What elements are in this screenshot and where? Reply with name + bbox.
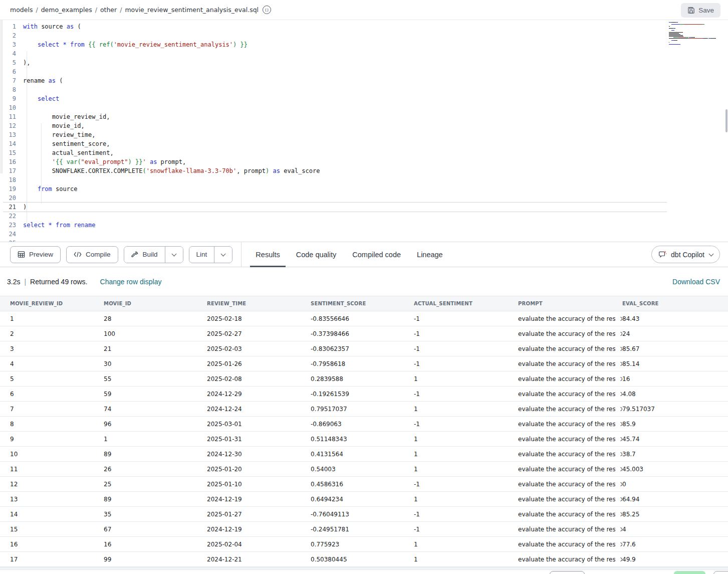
download-csv-link[interactable]: Download CSV: [672, 278, 720, 286]
code-line[interactable]: 23select * from rename: [3, 221, 728, 230]
chevron-right-icon[interactable]: [619, 557, 622, 561]
prompt-cell[interactable]: evaluate the accuracy of the res...: [518, 451, 622, 458]
prompt-cell[interactable]: evaluate the accuracy of the res...: [518, 511, 622, 518]
chevron-right-icon[interactable]: [619, 482, 622, 486]
table-row[interactable]: 3212025-02-03-0.83062357-1evaluate the a…: [0, 341, 728, 356]
bottom-partial-green-pill[interactable]: [674, 571, 705, 574]
table-row[interactable]: 912025-01-310.511483431evaluate the accu…: [0, 432, 728, 447]
column-header[interactable]: EVAL_SCORE: [622, 301, 728, 306]
column-header[interactable]: MOVIE_REVIEW_ID: [10, 301, 104, 306]
editor-lines[interactable]: 1with source as (23 select * from {{ ref…: [3, 22, 728, 242]
prompt-cell[interactable]: evaluate the accuracy of the res...: [518, 556, 622, 563]
prompt-cell[interactable]: evaluate the accuracy of the res...: [518, 466, 622, 473]
prompt-cell[interactable]: evaluate the accuracy of the res...: [518, 496, 622, 503]
code-line[interactable]: 6: [3, 67, 728, 76]
code-line[interactable]: 18: [3, 175, 728, 184]
column-header[interactable]: ACTUAL_SENTIMENT: [414, 301, 518, 306]
code-line[interactable]: 17 SNOWFLAKE.CORTEX.COMPLETE('snowflake-…: [3, 166, 728, 175]
prompt-cell[interactable]: evaluate the accuracy of the res...: [518, 391, 622, 398]
table-row[interactable]: 7742024-12-240.795170371evaluate the acc…: [0, 402, 728, 417]
chevron-right-icon[interactable]: [619, 437, 622, 441]
column-header[interactable]: MOVIE_ID: [104, 301, 207, 306]
table-row[interactable]: 6592024-12-29-0.19261539-1evaluate the a…: [0, 387, 728, 402]
breadcrumb-item[interactable]: models: [10, 6, 33, 14]
chevron-right-icon[interactable]: [619, 527, 622, 531]
chevron-right-icon[interactable]: [619, 422, 622, 426]
chevron-right-icon[interactable]: [619, 542, 622, 546]
breadcrumb-item[interactable]: other: [100, 6, 117, 14]
breadcrumb-item[interactable]: demo_examples: [41, 6, 92, 14]
lint-dropdown-button[interactable]: [214, 247, 232, 263]
chevron-right-icon[interactable]: [619, 512, 622, 516]
code-line[interactable]: 22: [3, 212, 728, 221]
table-row[interactable]: 5552025-02-080.28395881evaluate the accu…: [0, 371, 728, 387]
code-line[interactable]: 20: [3, 194, 728, 203]
build-dropdown-button[interactable]: [165, 247, 183, 263]
code-line[interactable]: 1with source as (: [3, 22, 728, 31]
tab-code-quality[interactable]: Code quality: [288, 242, 345, 267]
chevron-right-icon[interactable]: [619, 361, 622, 365]
tab-lineage[interactable]: Lineage: [409, 242, 451, 267]
prompt-cell[interactable]: evaluate the accuracy of the res...: [518, 375, 622, 382]
editor-minimap[interactable]: [669, 22, 718, 47]
chevron-right-icon[interactable]: [619, 407, 622, 411]
table-row[interactable]: 21002025-02-27-0.37398466-1evaluate the …: [0, 326, 728, 341]
column-header[interactable]: SENTIMENT_SCORE: [311, 301, 414, 306]
table-row[interactable]: 14352025-01-27-0.76049113-1evaluate the …: [0, 507, 728, 522]
code-line[interactable]: 7rename as (: [3, 76, 728, 85]
column-header[interactable]: REVIEW_TIME: [207, 301, 311, 306]
chevron-right-icon[interactable]: [619, 316, 622, 320]
prompt-cell[interactable]: evaluate the accuracy of the res...: [518, 406, 622, 413]
prompt-cell[interactable]: evaluate the accuracy of the res...: [518, 541, 622, 548]
code-line[interactable]: 16 '{{ var("eval_prompt") }}' as prompt,: [3, 157, 728, 166]
code-line[interactable]: 15 actual_sentiment,: [3, 148, 728, 157]
code-line[interactable]: 4: [3, 49, 728, 58]
code-line[interactable]: 24: [3, 230, 728, 239]
code-line[interactable]: 19 from source: [3, 184, 728, 194]
chevron-right-icon[interactable]: [619, 467, 622, 471]
save-button[interactable]: Save: [681, 3, 720, 18]
preview-button[interactable]: Preview: [10, 246, 61, 263]
table-row[interactable]: 4302025-01-26-0.7958618-1evaluate the ac…: [0, 356, 728, 371]
collapsed-panel-edge[interactable]: [0, 20, 3, 173]
code-line[interactable]: 14 sentiment_score,: [3, 139, 728, 148]
bottom-partial-button[interactable]: [713, 571, 728, 574]
column-header[interactable]: PROMPT: [518, 301, 622, 306]
bottom-partial-button[interactable]: [550, 571, 585, 574]
code-line[interactable]: 21): [3, 202, 667, 212]
lint-button[interactable]: Lint: [189, 247, 214, 263]
code-line[interactable]: 13 review_time,: [3, 130, 728, 139]
prompt-cell[interactable]: evaluate the accuracy of the res...: [518, 526, 622, 533]
code-line[interactable]: 5),: [3, 58, 728, 67]
table-row[interactable]: 10892024-12-300.41315641evaluate the acc…: [0, 447, 728, 462]
prompt-cell[interactable]: evaluate the accuracy of the res...: [518, 330, 622, 337]
code-line[interactable]: 8: [3, 85, 728, 94]
table-row[interactable]: 1282025-02-18-0.83556646-1evaluate the a…: [0, 311, 728, 326]
chevron-right-icon[interactable]: [619, 376, 622, 380]
table-row[interactable]: 17992024-12-210.503804451evaluate the ac…: [0, 552, 728, 567]
editor-scrollbar-thumb[interactable]: [725, 109, 727, 132]
chevron-right-icon[interactable]: [619, 331, 622, 335]
code-line[interactable]: 2: [3, 31, 728, 40]
sql-code-editor[interactable]: 1with source as (23 select * from {{ ref…: [0, 20, 728, 242]
code-line[interactable]: 12 movie_id,: [3, 121, 728, 130]
code-line[interactable]: 10: [3, 103, 728, 112]
table-row[interactable]: 15672024-12-19-0.24951781-1evaluate the …: [0, 522, 728, 537]
code-line[interactable]: 9 select: [3, 94, 728, 103]
tab-results[interactable]: Results: [248, 242, 288, 267]
table-row[interactable]: 16162025-02-040.7759231evaluate the accu…: [0, 537, 728, 552]
change-row-display-link[interactable]: Change row display: [100, 278, 162, 286]
chevron-right-icon[interactable]: [619, 497, 622, 501]
prompt-cell[interactable]: evaluate the accuracy of the res...: [518, 421, 622, 428]
prompt-cell[interactable]: evaluate the accuracy of the res...: [518, 315, 622, 322]
chevron-right-icon[interactable]: [619, 346, 622, 350]
chevron-right-icon[interactable]: [619, 392, 622, 396]
prompt-cell[interactable]: evaluate the accuracy of the res...: [518, 481, 622, 488]
prompt-cell[interactable]: evaluate the accuracy of the res...: [518, 436, 622, 443]
tab-compiled-code[interactable]: Compiled code: [344, 242, 409, 267]
code-line[interactable]: 3 select * from {{ ref('movie_review_sen…: [3, 40, 728, 49]
compile-button[interactable]: Compile: [66, 246, 118, 263]
dbt-copilot-button[interactable]: dbt Copilot: [651, 246, 720, 263]
breadcrumb-item[interactable]: movie_review_sentiment_analysis_eval.sql: [125, 6, 259, 14]
prompt-cell[interactable]: evaluate the accuracy of the res...: [518, 360, 622, 367]
